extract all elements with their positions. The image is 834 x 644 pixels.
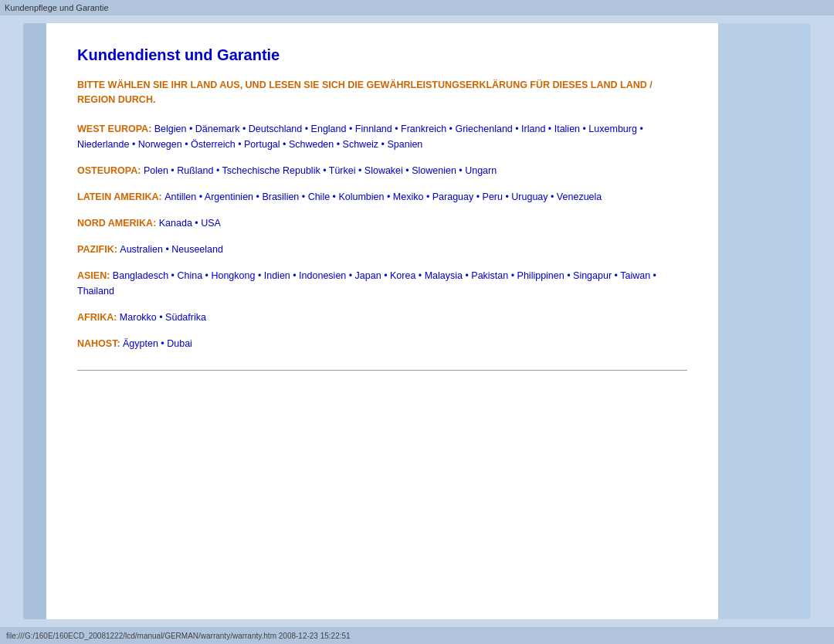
region-label-osteuropa: OSTEUROPA: [77,165,144,176]
region-asien: ASIEN: Bangladesch • China • Hongkong • … [77,268,687,299]
region-label-afrika: AFRIKA: [77,312,120,323]
left-sidebar [23,23,46,619]
region-west-europa: WEST EUROPA: Belgien • Dänemark • Deutsc… [77,121,687,152]
region-latein-amerika: LATEIN AMERIKA: Antillen • Argentinien •… [77,189,687,205]
region-countries-pazifik: Australien • Neuseeland [120,244,223,255]
region-label-asien: ASIEN: [77,270,113,281]
status-bar: file:///G:/160E/160ECD_20081222/lcd/manu… [0,627,834,644]
region-countries-west-europa: Belgien • Dänemark • Deutschland • Engla… [77,124,643,150]
region-countries-afrika: Marokko • Südafrika [120,312,206,323]
region-nahost: NAHOST: Ägypten • Dubai [77,336,687,351]
region-countries-osteuropa: Polen • Rußland • Tschechische Republik … [144,165,497,176]
title-bar: Kundenpflege und Garantie [0,0,834,15]
region-afrika: AFRIKA: Marokko • Südafrika [77,310,687,325]
region-label-nord-amerika: NORD AMERIKA: [77,218,159,229]
region-label-latein-amerika: LATEIN AMERIKA: [77,192,164,202]
browser-window: Kundenpflege und Garantie Kundendienst u… [0,0,834,644]
intro-text: BITTE WÄHLEN SIE IHR LAND AUS, UND LESEN… [77,78,687,107]
status-bar-text: file:///G:/160E/160ECD_20081222/lcd/manu… [6,632,351,640]
content-frame: Kundendienst und Garantie BITTE WÄHLEN S… [46,23,718,619]
main-area: Kundendienst und Garantie BITTE WÄHLEN S… [0,15,834,627]
region-countries-nahost: Ägypten • Dubai [123,338,192,349]
divider [77,370,687,371]
region-label-west-europa: WEST EUROPA: [77,124,154,134]
region-label-pazifik: PAZIFIK: [77,244,120,255]
title-bar-text: Kundenpflege und Garantie [5,3,109,12]
region-osteuropa: OSTEUROPA: Polen • Rußland • Tschechisch… [77,163,687,178]
region-countries-latein-amerika: Antillen • Argentinien • Brasilien • Chi… [164,192,602,202]
region-nord-amerika: NORD AMERIKA: Kanada • USA [77,215,687,231]
page-title: Kundendienst und Garantie [77,46,687,64]
region-label-nahost: NAHOST: [77,338,123,349]
region-pazifik: PAZIFIK: Australien • Neuseeland [77,242,687,257]
right-sidebar [718,23,811,619]
region-countries-asien: Bangladesch • China • Hongkong • Indien … [77,270,656,297]
region-countries-nord-amerika: Kanada • USA [159,218,221,229]
